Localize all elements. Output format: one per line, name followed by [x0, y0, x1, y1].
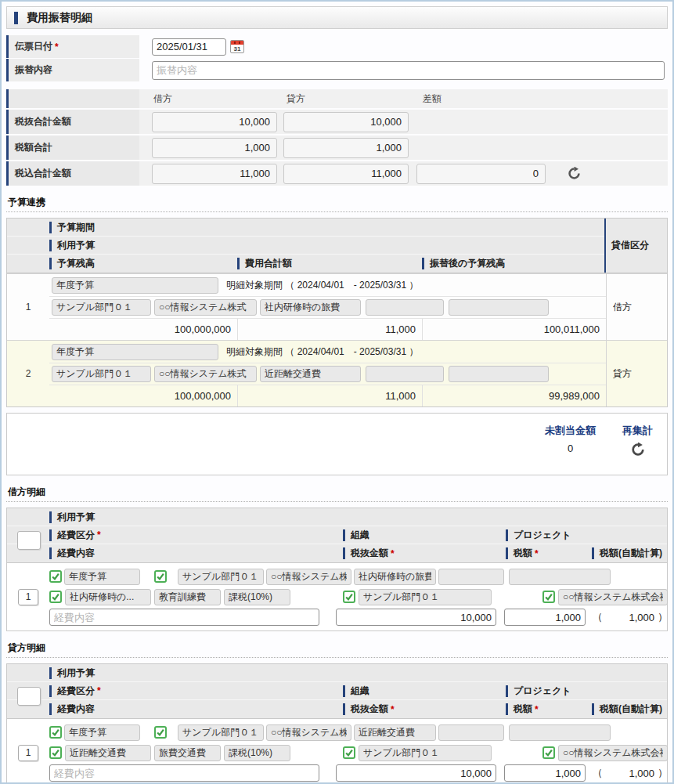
detail-header-tax: 税額 [506, 547, 532, 560]
expense-type-checkbox[interactable] [49, 591, 62, 603]
budget-header-used-budget: 利用予算 [49, 239, 95, 252]
detail-org-input[interactable] [359, 589, 492, 605]
detail-amount-input[interactable] [336, 609, 496, 626]
used-budget-checkbox[interactable] [154, 570, 167, 583]
detail-project-input[interactable] [558, 589, 668, 605]
detail-empty-input[interactable] [509, 724, 611, 741]
budget-empty-input[interactable] [449, 366, 549, 382]
total-ex-tax-credit-input[interactable] [283, 112, 409, 132]
budget-header-dc-class: 貸借区分 [604, 219, 667, 273]
detail-header-project: プロジェクト [506, 529, 571, 542]
detail-amount-input[interactable] [336, 764, 496, 782]
detail-header-project: プロジェクト [506, 685, 571, 698]
budget-name-input[interactable] [52, 344, 218, 360]
refresh-totals-icon[interactable] [568, 167, 581, 180]
detail-empty-input[interactable] [438, 569, 504, 585]
detail-empty-input[interactable] [438, 724, 504, 741]
detail-company-input[interactable] [266, 724, 351, 741]
budget-empty-input[interactable] [366, 366, 444, 382]
detail-expense-type-input[interactable] [65, 745, 151, 761]
budget-section-divider [6, 211, 668, 212]
budget-row-number: 1 [7, 274, 49, 340]
detail-tax-input[interactable] [504, 764, 586, 782]
org-checkbox[interactable] [343, 591, 355, 603]
detail-department-input[interactable] [178, 724, 264, 741]
detail-row-number[interactable]: 1 [18, 589, 38, 605]
detail-expense-item-input[interactable] [354, 724, 436, 741]
detail-account-input[interactable] [154, 589, 221, 605]
page-title: 費用振替明細 [27, 11, 92, 25]
total-ex-tax-debit-input[interactable] [152, 112, 277, 132]
totals-col-credit: 貸方 [287, 92, 423, 106]
tax-auto-value: 1,000 [603, 768, 654, 779]
budget-department-input[interactable] [52, 299, 151, 316]
detail-header-amount: 税抜金額 [343, 547, 388, 560]
detail-org-input[interactable] [359, 745, 492, 761]
budget-row: 2 明細対象期間 （ 2024/04/01 - 2025/03/31 ） 100… [7, 340, 667, 406]
detail-project-input[interactable] [558, 745, 668, 761]
total-inc-tax-credit-input[interactable] [283, 164, 409, 184]
project-checkbox[interactable] [542, 591, 555, 603]
title-accent-bar [14, 12, 18, 24]
detail-header-used-budget: 利用予算 [49, 511, 95, 524]
budget-expense-item-input[interactable] [260, 366, 361, 382]
recalc-icon[interactable] [631, 443, 645, 457]
used-budget-checkbox[interactable] [154, 726, 167, 739]
recalc-label[interactable]: 再集計 [622, 424, 653, 438]
select-all-box[interactable] [17, 687, 41, 706]
credit-detail-divider [6, 657, 668, 658]
voucher-date-input[interactable] [152, 38, 226, 56]
voucher-date-row: 伝票日付 * 31 [6, 35, 668, 58]
select-all-box[interactable] [17, 531, 41, 550]
transfer-content-input[interactable] [152, 61, 665, 80]
budget-name-input[interactable] [52, 277, 218, 294]
detail-tax-type-input[interactable] [224, 745, 290, 761]
total-tax-credit-input[interactable] [283, 138, 409, 158]
tax-auto-close-paren: ） [658, 766, 668, 780]
budget-empty-input[interactable] [366, 299, 444, 316]
detail-content-input[interactable] [49, 609, 319, 626]
detail-account-input[interactable] [154, 745, 221, 761]
budget-department-input[interactable] [52, 366, 151, 382]
totals-section: 借方 貸方 差額 税抜合計金額 税額合計 税込合計金額 [6, 89, 668, 186]
detail-expense-item-input[interactable] [354, 569, 436, 585]
budget-header-balance: 予算残高 [49, 257, 237, 270]
org-checkbox[interactable] [343, 746, 355, 759]
tax-auto-close-paren: ） [658, 610, 668, 624]
detail-budget-input[interactable] [64, 724, 140, 741]
project-checkbox[interactable] [542, 746, 555, 759]
budget-company-input[interactable] [154, 366, 257, 382]
budget-table: 予算期間 利用予算 予算残高 費用合計額 振替後の予算残高 貸借区分 1 [6, 218, 668, 407]
debit-detail-header: 利用予算 経費区分 * 組織 プロジェクト 経費内容 税抜金額 [7, 508, 667, 563]
detail-empty-input[interactable] [509, 569, 611, 585]
detail-expense-type-input[interactable] [65, 589, 151, 605]
budget-company-input[interactable] [154, 299, 257, 316]
budget-checkbox[interactable] [49, 726, 62, 739]
detail-row-number[interactable]: 1 [18, 745, 38, 761]
unallocated-value: 0 [568, 443, 573, 454]
totals-header-row: 借方 貸方 差額 [6, 89, 668, 108]
budget-expense-item-input[interactable] [260, 299, 361, 316]
totals-header-spacer [6, 89, 139, 108]
detail-header-org: 組織 [343, 529, 506, 542]
detail-department-input[interactable] [178, 569, 264, 585]
budget-balance-value: 100,000,000 [49, 385, 237, 406]
budget-empty-input[interactable] [449, 299, 549, 316]
expense-type-checkbox[interactable] [49, 746, 62, 759]
detail-header-expense-content: 経費内容 [49, 703, 343, 716]
detail-content-input[interactable] [49, 764, 319, 782]
tax-auto-value: 1,000 [603, 612, 654, 623]
required-mark: * [55, 42, 59, 52]
total-diff-input[interactable] [416, 164, 546, 184]
total-tax-debit-input[interactable] [152, 138, 277, 158]
detail-budget-input[interactable] [64, 569, 140, 585]
detail-tax-type-input[interactable] [224, 589, 290, 605]
detail-company-input[interactable] [266, 569, 351, 585]
budget-checkbox[interactable] [49, 570, 62, 583]
tax-auto-open-paren: （ [593, 766, 603, 780]
calendar-icon[interactable]: 31 [230, 40, 244, 53]
budget-row-number: 2 [7, 341, 49, 406]
total-inc-tax-debit-input[interactable] [152, 164, 277, 184]
detail-tax-input[interactable] [504, 609, 586, 626]
total-ex-tax-label: 税抜合計金額 [6, 110, 139, 134]
